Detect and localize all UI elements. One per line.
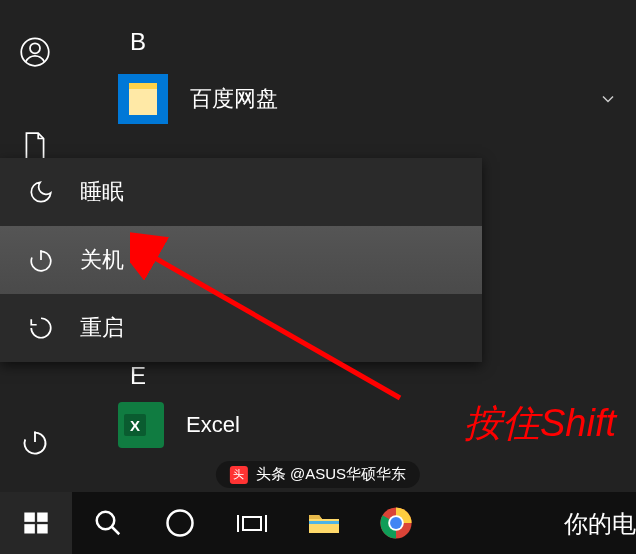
moon-icon (28, 179, 72, 205)
chrome-button[interactable] (360, 492, 432, 554)
svg-line-12 (112, 527, 120, 535)
task-view-icon (236, 509, 268, 537)
svg-rect-17 (309, 521, 339, 524)
power-menu-sleep[interactable]: 睡眠 (0, 158, 482, 226)
power-context-menu: 睡眠 关机 重启 (0, 158, 482, 362)
svg-rect-14 (243, 517, 261, 530)
watermark-text: 头条 @ASUS华硕华东 (256, 465, 406, 484)
folder-icon (307, 509, 341, 537)
app-label: 百度网盘 (190, 84, 278, 114)
task-view-button[interactable] (216, 492, 288, 554)
document-icon (22, 131, 48, 161)
annotation-text: 按住Shift (464, 398, 616, 449)
chrome-icon (379, 506, 413, 540)
file-explorer-button[interactable] (288, 492, 360, 554)
watermark: 头 头条 @ASUS华硕华东 (216, 461, 420, 488)
truncated-label: 你的电 (564, 508, 636, 540)
power-icon (21, 428, 49, 456)
svg-rect-7 (24, 513, 34, 522)
power-button[interactable] (0, 412, 70, 472)
search-icon (93, 508, 123, 538)
svg-rect-9 (24, 524, 34, 533)
chevron-down-icon (598, 89, 618, 109)
restart-icon (28, 315, 72, 341)
power-menu-label: 关机 (80, 245, 124, 275)
section-header-b[interactable]: B (70, 18, 636, 66)
folder-icon (129, 83, 157, 115)
power-icon (28, 247, 72, 273)
user-icon (20, 37, 50, 67)
svg-point-1 (30, 43, 40, 53)
power-menu-shutdown[interactable]: 关机 (0, 226, 482, 294)
svg-point-20 (390, 517, 402, 529)
start-button[interactable] (0, 492, 72, 554)
baidu-tile (118, 74, 168, 124)
windows-icon (22, 509, 50, 537)
svg-rect-8 (37, 513, 47, 522)
taskbar: 你的电 (0, 492, 636, 554)
svg-rect-10 (37, 524, 47, 533)
excel-icon (118, 402, 164, 448)
power-menu-restart[interactable]: 重启 (0, 294, 482, 362)
search-button[interactable] (72, 492, 144, 554)
svg-point-11 (97, 512, 115, 530)
cortana-icon (165, 508, 195, 538)
svg-point-13 (168, 511, 193, 536)
power-menu-label: 睡眠 (80, 177, 124, 207)
cortana-button[interactable] (144, 492, 216, 554)
app-item-baidu[interactable]: 百度网盘 (70, 66, 636, 132)
power-menu-label: 重启 (80, 313, 124, 343)
user-account-button[interactable] (0, 22, 70, 82)
app-label: Excel (186, 412, 240, 438)
toutiao-logo-icon: 头 (230, 466, 248, 484)
